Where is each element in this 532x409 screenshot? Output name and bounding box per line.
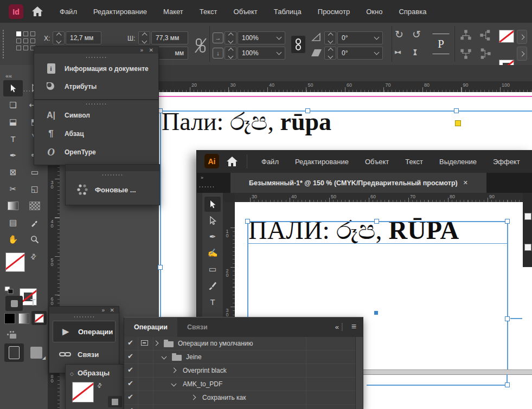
ai-handle-right-mid[interactable] — [505, 316, 510, 321]
illustrator-logo-icon[interactable]: Ai — [204, 154, 219, 168]
home-icon[interactable] — [226, 156, 238, 167]
ai-handle-top-left[interactable] — [245, 219, 250, 224]
rotate-cw-icon[interactable]: ↻ — [395, 28, 403, 41]
frame-handle-top-right[interactable] — [454, 108, 459, 113]
rectangle-tool[interactable]: ▭ — [25, 164, 44, 180]
toggle-item-check[interactable]: ✔ — [127, 366, 133, 374]
flyout-item-paragraph[interactable]: ¶Абзац — [34, 125, 158, 143]
direct-selection-tool[interactable] — [204, 213, 221, 228]
flyout-item-attributes[interactable]: Атрибуты — [34, 77, 158, 95]
ai-handle-top-mid[interactable] — [374, 219, 379, 224]
panel-gripper[interactable] — [101, 174, 124, 177]
illustrator-document-text[interactable]: ПАЛИ: රූප, RŪPA — [248, 215, 459, 246]
ai-selection-left[interactable] — [247, 221, 248, 317]
frame-edge-left[interactable] — [160, 111, 161, 317]
hand-tool[interactable]: ✋ — [3, 231, 23, 248]
tab-close-icon[interactable]: ✕ — [463, 179, 468, 186]
frame-tool[interactable]: ⊠ — [3, 164, 23, 180]
illustrator-ruler-corner[interactable] — [223, 193, 235, 202]
ai-center-point[interactable] — [374, 311, 378, 315]
illustrator-menu-эффект[interactable]: Эффект — [485, 158, 528, 166]
collapse-toolbar-icon[interactable]: «« — [5, 73, 12, 79]
page-tool[interactable]: ❏ — [3, 97, 23, 113]
flip-horizontal-icon[interactable]: ▸◂ — [395, 48, 400, 56]
illustrator-menu-редактирование[interactable]: Редактирование — [287, 158, 357, 166]
scissors-tool[interactable]: ✂ — [3, 181, 23, 197]
scale-y-stepper[interactable] — [225, 47, 236, 60]
selection-tool[interactable] — [204, 197, 221, 212]
panel-close-icon[interactable]: ✕ — [149, 47, 153, 54]
flip-vertical-icon[interactable]: ▸◂ — [412, 49, 420, 54]
frame-handle-left-mid[interactable] — [158, 265, 163, 270]
flyout-item-document-info[interactable]: iИнформация о документе — [34, 60, 158, 77]
type-tool[interactable]: T — [204, 294, 221, 309]
toggle-item-check[interactable]: ✔ — [127, 379, 133, 387]
x-input[interactable]: 12,7 мм — [66, 31, 101, 44]
ai-handle-bottom-right[interactable] — [505, 382, 510, 387]
preview-mode-button[interactable] — [30, 347, 42, 359]
document-tab[interactable]: Безымянный-1* @ 150 % (CMYK/Предваритель… — [230, 173, 486, 193]
apply-color-button[interactable] — [4, 313, 15, 324]
toggle-item-check[interactable]: ✔ — [127, 339, 133, 347]
panel-close-icon[interactable]: ✕ — [110, 307, 114, 314]
action-row[interactable]: ✔AMK_to_PDF — [124, 378, 363, 391]
view-options-icon[interactable] — [7, 330, 17, 339]
stroke-color-expand-button[interactable] — [517, 47, 527, 61]
apply-none-button[interactable] — [31, 311, 47, 325]
type-tool[interactable]: T — [3, 131, 23, 147]
unconstrain-dimensions-icon[interactable] — [194, 36, 207, 55]
indesign-logo-icon[interactable]: Id — [9, 4, 23, 19]
indesign-menu-справка[interactable]: Справка — [390, 8, 434, 16]
toggle-item-check[interactable]: ✔ — [127, 352, 133, 360]
expand-icon[interactable] — [171, 368, 177, 373]
default-fill-stroke-icon[interactable] — [4, 286, 14, 295]
action-row[interactable]: ✔Сохранить как — [124, 391, 363, 405]
rectangle-tool[interactable]: ▭ — [204, 262, 221, 277]
formatting-affects-text-button[interactable]: T — [30, 298, 36, 308]
zoom-tool[interactable] — [25, 231, 44, 248]
indesign-menu-таблица[interactable]: Таблица — [266, 8, 310, 16]
collapse-icon[interactable] — [162, 354, 167, 360]
formatting-affects-container-button[interactable] — [5, 296, 23, 311]
shear-stepper[interactable] — [324, 47, 336, 60]
collapsed-panel-icon[interactable] — [524, 213, 531, 220]
actions-scrollbar[interactable] — [355, 337, 363, 409]
expand-icon[interactable] — [191, 395, 196, 400]
margin-guide[interactable] — [159, 96, 532, 97]
rotation-combo[interactable]: 0° — [337, 31, 383, 44]
panel-group2-gripper[interactable] — [85, 103, 108, 106]
panel-expand-icon[interactable]: » — [101, 307, 105, 314]
constrain-scale-link-icon[interactable] — [291, 36, 305, 53]
apply-gradient-button[interactable] — [18, 313, 29, 324]
illustrator-menu-файл[interactable]: Файл — [253, 158, 287, 166]
toggle-item-check[interactable]: ✔ — [127, 393, 133, 401]
scale-y-combo[interactable]: 100% — [238, 47, 285, 60]
gradient-feather-tool[interactable] — [25, 198, 44, 214]
illustrator-menu-просмотр[interactable]: Просмотр — [528, 158, 532, 166]
toggle-item-check[interactable]: ✔ — [127, 406, 133, 409]
home-icon[interactable] — [31, 6, 43, 17]
action-row[interactable]: ✔Overprint black — [124, 364, 363, 378]
indesign-menu-объект[interactable]: Объект — [226, 8, 266, 16]
ai-selection-bottom[interactable] — [367, 385, 507, 386]
panel-collapse-icon[interactable]: ◇ — [70, 371, 74, 376]
indesign-menu-просмотр[interactable]: Просмотр — [310, 8, 358, 16]
frame-edge-top[interactable] — [160, 111, 532, 112]
corner-options-yellow-handle[interactable] — [455, 120, 461, 126]
illustrator-menu-объект[interactable]: Объект — [357, 158, 397, 166]
swatches-fill-none[interactable] — [72, 382, 94, 402]
collapsed-panel-icon[interactable] — [524, 244, 531, 251]
tab-actions[interactable]: Операции — [124, 317, 177, 337]
panel-menu-icon[interactable]: ≡ — [351, 322, 356, 332]
dock-gripper[interactable] — [198, 186, 214, 189]
background-tasks-item[interactable]: Фоновые ... — [66, 180, 159, 199]
indesign-menu-файл[interactable]: Файл — [52, 8, 85, 16]
curvature-tool[interactable]: ✍ — [204, 245, 221, 261]
eyedropper-tool[interactable] — [25, 215, 44, 231]
fill-color-expand-button[interactable] — [517, 30, 527, 44]
illustrator-menu-выделение[interactable]: Выделение — [431, 158, 485, 166]
panel-gripper[interactable] — [2, 29, 5, 59]
free-transform-tool[interactable]: ◱ — [25, 181, 44, 197]
collapse-icon[interactable] — [171, 381, 177, 387]
swap-fill-stroke-icon[interactable]: ⇄ — [28, 251, 38, 261]
